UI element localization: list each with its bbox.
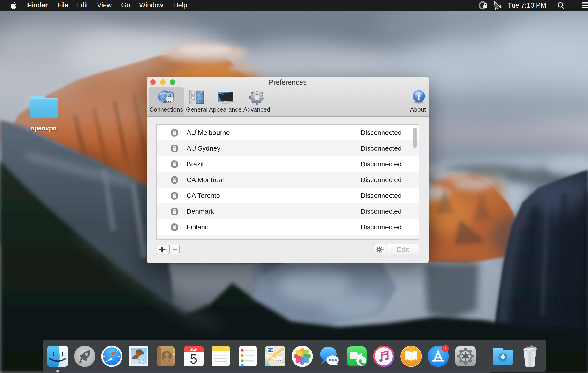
svg-text:5: 5 (190, 351, 197, 366)
svg-text:1: 1 (444, 346, 447, 351)
svg-text:3D: 3D (277, 357, 282, 362)
svg-text:280: 280 (268, 349, 273, 352)
svg-text:i: i (418, 91, 420, 101)
